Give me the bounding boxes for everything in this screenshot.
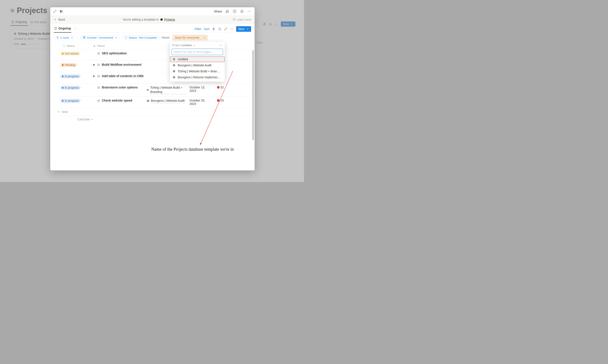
svg-point-20 <box>97 52 100 55</box>
clock-icon[interactable] <box>233 9 237 13</box>
checkmark-circle-icon[interactable] <box>97 75 100 78</box>
cell-status[interactable]: In progress <box>54 83 92 92</box>
more-icon[interactable] <box>230 27 233 31</box>
svg-point-28 <box>221 45 222 46</box>
comment-icon[interactable] <box>225 9 229 13</box>
cell-name[interactable]: ▶Add table of contents in CMS <box>92 72 145 80</box>
cell-status[interactable]: In progress <box>54 72 92 80</box>
expander-icon[interactable]: ▶ <box>93 75 95 78</box>
cell-status[interactable]: Not started <box>54 49 92 58</box>
status-icon <box>124 36 127 39</box>
col-status[interactable]: Status <box>54 42 92 49</box>
share-button[interactable]: Share <box>214 10 222 13</box>
back-button[interactable]: Back <box>54 18 65 21</box>
checkmark-circle-icon[interactable] <box>97 63 100 66</box>
expander-icon[interactable]: ▶ <box>93 63 95 66</box>
scrollbar-thumb[interactable] <box>252 50 254 140</box>
svg-point-19 <box>63 45 65 47</box>
status-pill: In progress <box>60 74 81 78</box>
star-icon[interactable] <box>240 9 244 13</box>
more-icon[interactable] <box>247 9 251 13</box>
filter-row: 2 sorts Archive: Unchecked Status: Not C… <box>50 33 255 42</box>
box-icon <box>160 18 163 21</box>
cell-badge: 32 <box>216 83 230 91</box>
dd-item-untitled[interactable]: Untitled <box>170 56 225 62</box>
svg-rect-7 <box>60 10 61 12</box>
table-row[interactable]: In progressCheck website speedBourgeon |… <box>54 97 251 108</box>
bolt-icon[interactable] <box>212 27 216 31</box>
arrow-left-icon <box>54 18 57 21</box>
project-name: Bourgeon | Website Audit <box>151 99 185 103</box>
checkmark-circle-icon[interactable] <box>97 99 100 102</box>
status-icon <box>62 44 65 47</box>
dd-search-input[interactable] <box>174 50 221 53</box>
chevron-down-icon <box>115 36 118 39</box>
status-value: Not Complete <box>139 36 157 39</box>
cell-status[interactable]: In progress <box>54 97 92 105</box>
filter-button[interactable]: Filter <box>195 27 201 31</box>
dd-search-box[interactable] <box>172 49 223 55</box>
help-icon <box>233 18 236 21</box>
cell-deadline[interactable]: October 25,2023 <box>188 97 216 108</box>
modal-header: Share <box>50 7 255 15</box>
svg-point-15 <box>232 28 232 29</box>
add-view-button[interactable] <box>73 27 77 31</box>
cell-deadline[interactable]: October 13,2023 <box>188 83 216 95</box>
checkmark-circle-icon[interactable] <box>97 52 100 55</box>
more-icon[interactable] <box>219 44 223 47</box>
search-icon[interactable] <box>218 27 221 31</box>
archive-chip[interactable]: Archive: Unchecked <box>80 35 120 40</box>
new-row-button[interactable]: New <box>54 108 251 116</box>
dd-item-label: Tching | Website Build + Bran… <box>178 70 220 73</box>
cell-name[interactable]: ▶Build Webflow environment <box>92 61 145 69</box>
svg-point-11 <box>250 11 251 12</box>
save-chevron[interactable] <box>202 35 208 40</box>
learn-more-link[interactable]: Learn more <box>233 18 251 21</box>
task-name: Check website speed <box>102 99 132 102</box>
cell-project[interactable]: Tching | Website Build + Branding <box>145 83 188 96</box>
dd-item[interactable]: Bourgeon | Website Audit <box>170 62 225 68</box>
calculate-button[interactable]: Calculate <box>54 116 251 123</box>
table-row[interactable]: In progressBrainstorm color optionsTchin… <box>54 83 251 97</box>
svg-point-13 <box>219 28 221 30</box>
cell-project[interactable]: Bourgeon | Website Audit <box>145 97 188 105</box>
dd-title-b[interactable]: contains <box>182 44 192 47</box>
template-banner: Back You're editing a template in Projec… <box>50 15 255 24</box>
new-button[interactable]: New <box>236 26 251 32</box>
dd-item-label: Untitled <box>178 57 188 61</box>
dd-item[interactable]: Bourgeon | Relume Implemen… <box>170 74 225 80</box>
col-name-label: Name <box>97 44 105 47</box>
sort-button[interactable]: Sort <box>204 27 209 31</box>
peek-mode-icon[interactable] <box>60 10 63 13</box>
cell-name[interactable]: SEO optimization <box>92 49 145 57</box>
cell-name[interactable]: Check website speed <box>92 97 145 104</box>
svg-point-10 <box>249 11 250 12</box>
reset-button[interactable]: Reset <box>162 36 170 39</box>
dd-title-a: Project <box>172 44 181 47</box>
new-row-label: New <box>62 110 68 114</box>
sync-icon <box>54 27 57 30</box>
status-chip[interactable]: Status: Not Complete <box>122 35 159 40</box>
view-tab-ongoing[interactable]: Ongoing <box>54 25 71 33</box>
status-pill: Pending <box>60 63 77 67</box>
chevron-down-icon <box>203 36 206 39</box>
expand-diagonal-icon[interactable] <box>53 10 57 13</box>
checkmark-circle-icon[interactable] <box>97 86 100 89</box>
view-tabs-row: Ongoing Filter Sort New <box>50 24 255 33</box>
dd-item[interactable]: Tching | Website Build + Bran… <box>170 68 225 74</box>
sort-chip[interactable]: 2 sorts <box>54 35 76 40</box>
red-dot-icon <box>217 86 220 89</box>
col-name[interactable]: Name <box>92 42 145 49</box>
box-icon <box>173 76 176 79</box>
banner-link[interactable]: Projects <box>164 18 175 21</box>
back-label: Back <box>58 18 65 21</box>
task-name: SEO optimization <box>102 52 127 55</box>
save-for-everyone-button[interactable]: Save for everyone <box>173 35 202 40</box>
archive-icon <box>83 36 86 39</box>
box-icon <box>173 58 176 61</box>
cell-name[interactable]: Brainstorm color options <box>92 83 145 91</box>
cell-status[interactable]: Pending <box>54 61 92 69</box>
expand-icon[interactable] <box>224 27 228 31</box>
badge-value: 32 <box>220 86 224 89</box>
new-button-label: New <box>238 27 244 31</box>
